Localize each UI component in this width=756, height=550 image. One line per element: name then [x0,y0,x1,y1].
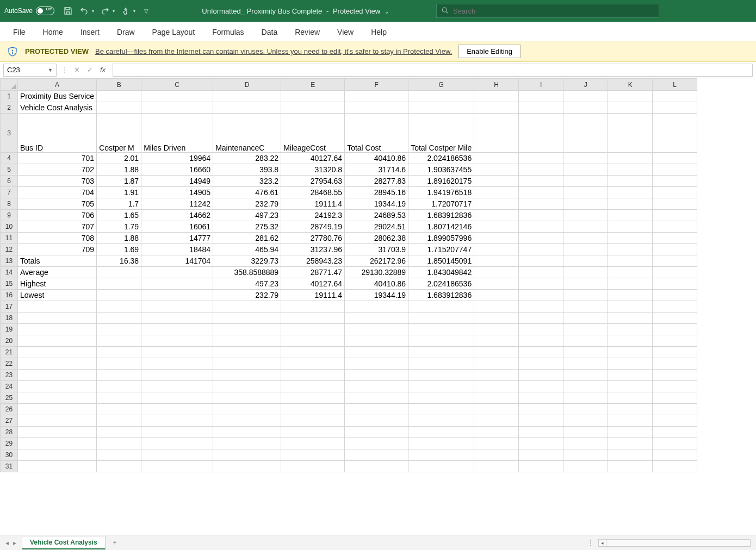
cell-G26[interactable] [408,404,474,415]
cell-F28[interactable] [345,427,408,438]
row-header-11[interactable]: 11 [1,233,18,244]
cell-E23[interactable] [281,370,345,381]
cell-L15[interactable] [653,278,697,290]
cell-I20[interactable] [519,335,563,347]
cell-H18[interactable] [474,312,519,324]
cell-G19[interactable] [408,324,474,335]
cell-J10[interactable] [563,221,608,233]
cell-J27[interactable] [563,415,608,427]
cell-a10[interactable]: 707 [18,221,97,233]
cell-D27[interactable] [213,415,281,427]
cell-H7[interactable] [474,187,519,198]
cell-C1[interactable] [141,91,213,102]
tab-scroll-options-icon[interactable]: ⋮ [587,539,594,547]
qat-customize-icon[interactable]: ▽ [139,4,153,18]
select-all-corner[interactable] [1,79,18,91]
cell-g10[interactable]: 1.807142146 [408,221,474,233]
cell-e11[interactable]: 27780.76 [281,233,345,244]
cell-L7[interactable] [653,187,697,198]
column-header-J[interactable]: J [563,79,608,91]
cell-K5[interactable] [608,164,653,176]
cell-d13[interactable]: 3229.73 [213,255,281,267]
cell-f5[interactable]: 31714.6 [345,164,408,176]
cell-d5[interactable]: 393.8 [213,164,281,176]
scroll-left-icon[interactable]: ◂ [599,540,606,546]
cell-E26[interactable] [281,404,345,415]
cell-J19[interactable] [563,324,608,335]
cell-A27[interactable] [18,415,97,427]
cell-I17[interactable] [519,301,563,312]
cell-K19[interactable] [608,324,653,335]
cell-L26[interactable] [653,404,697,415]
cell-g11[interactable]: 1.899057996 [408,233,474,244]
cell-H2[interactable] [474,102,519,114]
cell-b11[interactable]: 1.88 [97,233,141,244]
cell-e12[interactable]: 31237.96 [281,244,345,255]
cell-B28[interactable] [97,427,141,438]
cell-K20[interactable] [608,335,653,347]
cell-C24[interactable] [141,381,213,392]
cell-b5[interactable]: 1.88 [97,164,141,176]
cell-L30[interactable] [653,449,697,461]
cell-F26[interactable] [345,404,408,415]
cell-D23[interactable] [213,370,281,381]
cell-c14[interactable] [141,267,213,278]
cell-F30[interactable] [345,449,408,461]
cell-H13[interactable] [474,255,519,267]
cell-a7[interactable]: 704 [18,187,97,198]
cell-E27[interactable] [281,415,345,427]
cell-K9[interactable] [608,210,653,221]
cell-F25[interactable] [345,392,408,404]
row-header-15[interactable]: 15 [1,278,18,290]
cell-A28[interactable] [18,427,97,438]
cell-e6[interactable]: 27954.63 [281,176,345,187]
cell-L10[interactable] [653,221,697,233]
cell-B26[interactable] [97,404,141,415]
cell-d7[interactable]: 476.61 [213,187,281,198]
cell-L11[interactable] [653,233,697,244]
cell-b4[interactable]: 2.01 [97,153,141,164]
cell-G25[interactable] [408,392,474,404]
cell-d8[interactable]: 232.79 [213,198,281,210]
cell-g9[interactable]: 1.683912836 [408,210,474,221]
cell-H17[interactable] [474,301,519,312]
enable-editing-button[interactable]: Enable Editing [458,45,520,58]
column-header-I[interactable]: I [519,79,563,91]
tab-file[interactable]: File [4,23,34,41]
cell-H24[interactable] [474,381,519,392]
cell-A25[interactable] [18,392,97,404]
row-header-12[interactable]: 12 [1,244,18,255]
cancel-formula-icon[interactable]: ✕ [70,64,83,77]
cell-J8[interactable] [563,198,608,210]
touch-mode-icon[interactable] [119,4,133,18]
cell-I25[interactable] [519,392,563,404]
cell-I22[interactable] [519,358,563,370]
undo-dropdown-icon[interactable]: ▾ [90,4,96,18]
cell-F27[interactable] [345,415,408,427]
cell-a14[interactable]: Average [18,267,97,278]
cell-H19[interactable] [474,324,519,335]
cell-G17[interactable] [408,301,474,312]
cell-D31[interactable] [213,461,281,472]
cell-g14[interactable]: 1.843049842 [408,267,474,278]
cell-L27[interactable] [653,415,697,427]
cell-K6[interactable] [608,176,653,187]
cell-J21[interactable] [563,347,608,358]
cell-J24[interactable] [563,381,608,392]
cell-F29[interactable] [345,438,408,449]
cell-c8[interactable]: 11242 [141,198,213,210]
cell-K3[interactable] [608,114,653,153]
cell-f8[interactable]: 19344.19 [345,198,408,210]
cell-I24[interactable] [519,381,563,392]
cell-H16[interactable] [474,290,519,301]
cell-c9[interactable]: 14662 [141,210,213,221]
cell-H29[interactable] [474,438,519,449]
cell-g5[interactable]: 1.903637455 [408,164,474,176]
cell-I8[interactable] [519,198,563,210]
cell-C25[interactable] [141,392,213,404]
cell-J26[interactable] [563,404,608,415]
cell-K12[interactable] [608,244,653,255]
cell-g4[interactable]: 2.024186536 [408,153,474,164]
cell-J3[interactable] [563,114,608,153]
cell-E25[interactable] [281,392,345,404]
